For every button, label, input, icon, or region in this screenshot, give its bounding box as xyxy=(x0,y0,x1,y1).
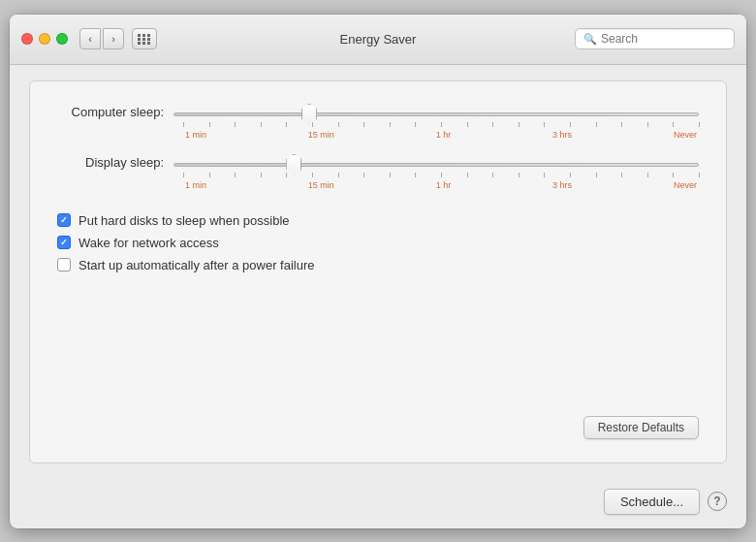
display-sleep-ticks xyxy=(183,173,699,178)
display-sleep-label: Display sleep: xyxy=(57,155,173,170)
window-title: Energy Saver xyxy=(340,32,417,47)
bottom-bar: Schedule... ? xyxy=(10,479,746,528)
hard-disks-label: Put hard disks to sleep when possible xyxy=(79,213,290,228)
nav-buttons: ‹ › xyxy=(79,28,124,49)
tick-label-15min: 15 min xyxy=(308,130,334,140)
tick-label-15min-d: 15 min xyxy=(308,180,334,190)
tick-label-3hrs: 3 hrs xyxy=(552,130,572,140)
back-button[interactable]: ‹ xyxy=(79,28,101,49)
checkbox-section: Put hard disks to sleep when possible Wa… xyxy=(57,213,699,280)
tick-label-1min-d: 1 min xyxy=(185,180,206,190)
titlebar: ‹ › Energy Saver 🔍 xyxy=(10,15,746,65)
grid-button[interactable] xyxy=(132,28,157,49)
forward-button[interactable]: › xyxy=(103,28,124,49)
startup-label: Start up automatically after a power fai… xyxy=(79,258,315,272)
display-sleep-row: Display sleep: xyxy=(57,155,699,170)
display-sleep-slider[interactable] xyxy=(173,163,699,167)
minimize-button[interactable] xyxy=(39,33,50,45)
tick-label-3hrs-d: 3 hrs xyxy=(552,180,572,190)
tick-label-never: Never xyxy=(674,130,697,140)
display-sleep-slider-container xyxy=(173,155,699,170)
close-button[interactable] xyxy=(21,33,33,45)
checkbox-row-3: Start up automatically after a power fai… xyxy=(57,258,699,272)
settings-panel: Computer sleep: xyxy=(29,80,727,463)
checkbox-row-1: Put hard disks to sleep when possible xyxy=(57,213,699,228)
hard-disks-checkbox[interactable] xyxy=(57,213,71,227)
tick-label-1hr-d: 1 hr xyxy=(436,180,452,190)
display-sleep-tick-labels: 1 min 15 min 1 hr 3 hrs Never xyxy=(183,180,699,190)
traffic-lights xyxy=(21,33,68,45)
tick-label-1min: 1 min xyxy=(185,130,206,140)
computer-sleep-section: Computer sleep: xyxy=(57,105,699,140)
computer-sleep-label: Computer sleep: xyxy=(57,105,173,119)
computer-sleep-tick-labels: 1 min 15 min 1 hr 3 hrs Never xyxy=(183,130,699,140)
computer-sleep-row: Computer sleep: xyxy=(57,105,699,119)
network-label: Wake for network access xyxy=(79,236,219,250)
computer-sleep-slider[interactable] xyxy=(173,112,699,116)
maximize-button[interactable] xyxy=(56,33,68,45)
search-input[interactable] xyxy=(601,32,726,46)
computer-sleep-slider-container xyxy=(173,105,699,119)
restore-defaults-row: Restore Defaults xyxy=(57,400,699,439)
display-sleep-section: Display sleep: xyxy=(57,155,699,190)
tick-label-1hr: 1 hr xyxy=(436,130,452,140)
schedule-button[interactable]: Schedule... xyxy=(604,489,700,515)
startup-checkbox[interactable] xyxy=(57,258,71,271)
grid-icon xyxy=(138,34,151,45)
network-checkbox[interactable] xyxy=(57,236,71,249)
computer-sleep-ticks xyxy=(183,122,699,128)
tick-label-never-d: Never xyxy=(674,180,697,190)
checkbox-row-2: Wake for network access xyxy=(57,236,699,250)
main-content: Computer sleep: xyxy=(10,65,746,479)
window: ‹ › Energy Saver 🔍 Computer sleep: xyxy=(10,15,746,528)
search-icon: 🔍 xyxy=(583,33,597,46)
restore-defaults-button[interactable]: Restore Defaults xyxy=(583,416,699,439)
search-box: 🔍 xyxy=(575,28,735,49)
help-button[interactable]: ? xyxy=(708,492,727,511)
